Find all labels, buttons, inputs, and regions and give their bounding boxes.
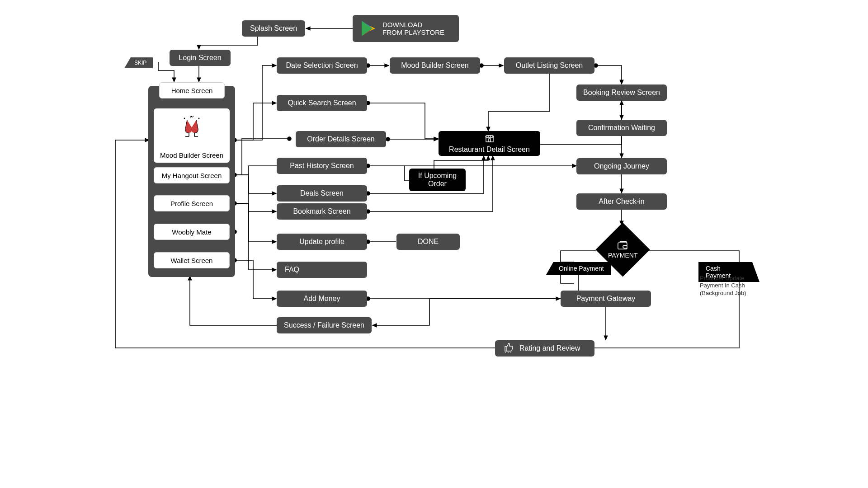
home-screen-node: Home Screen	[159, 82, 225, 99]
login-screen-node: Login Screen	[170, 50, 231, 66]
svg-marker-42	[508, 352, 509, 353]
play-store-icon	[361, 20, 376, 37]
rating-review-node: Rating and Review	[495, 340, 594, 357]
svg-marker-32	[362, 21, 373, 36]
cheers-icon	[179, 114, 204, 141]
svg-marker-43	[510, 352, 511, 353]
rating-review-label: Rating and Review	[519, 344, 580, 352]
order-details-node: Order Details Screen	[296, 131, 386, 147]
svg-marker-41	[505, 352, 506, 353]
thumbs-up-stars-icon	[503, 342, 515, 355]
splash-screen-node: Splash Screen	[242, 20, 305, 37]
skip-tag: SKIP	[124, 57, 153, 68]
add-money-node: Add Money	[277, 291, 367, 307]
phone-mood-builder-label: Mood Builder Screen	[160, 151, 223, 159]
phone-my-hangout: My Hangout Screen	[154, 167, 230, 183]
svg-point-11	[594, 64, 598, 67]
date-selection-node: Date Selection Screen	[277, 57, 367, 74]
mood-builder-node: Mood Builder Screen	[390, 57, 480, 74]
past-history-node: Past History Screen	[277, 158, 367, 174]
svg-point-38	[198, 118, 200, 119]
svg-point-9	[480, 64, 483, 67]
deals-node: Deals Screen	[277, 185, 367, 202]
bookmark-node: Bookmark Screen	[277, 203, 367, 220]
quick-search-node: Quick Search Screen	[277, 95, 367, 111]
booking-review-node: Booking Review Screen	[576, 84, 667, 101]
download-playstore-node: DOWNLOAD FROM PLAYSTORE	[353, 15, 459, 42]
update-profile-node: Update profile	[277, 234, 367, 250]
restaurant-detail-label: Restaurant Detail Screen	[449, 145, 530, 154]
payment-label: PAYMENT	[608, 252, 638, 259]
phone-profile: Profile Screen	[154, 195, 230, 211]
wallet-icon	[617, 240, 628, 252]
success-failure-node: Success / Failure Screen	[277, 317, 372, 333]
online-payment-tag: Online Payment	[546, 262, 611, 275]
storefront-icon	[485, 134, 495, 145]
svg-point-13	[386, 137, 390, 141]
restaurant-detail-node: Restaurant Detail Screen	[439, 131, 540, 156]
cash-note: Producer Update Payment In Cash (Backgro…	[700, 275, 746, 297]
outlet-listing-node: Outlet Listing Screen	[504, 57, 594, 74]
phone-card-mood-builder: Mood Builder Screen	[154, 108, 230, 163]
download-line2: FROM PLAYSTORE	[382, 28, 444, 36]
svg-point-37	[191, 116, 193, 117]
done-node: DONE	[396, 234, 460, 250]
ongoing-journey-node: Ongoing Journey	[576, 158, 667, 174]
phone-wallet: Wallet Screen	[154, 252, 230, 268]
confirmation-waiting-node: Confirmation Waiting	[576, 120, 667, 136]
faq-node: FAQ	[277, 262, 367, 278]
svg-rect-39	[489, 139, 491, 142]
flowchart-canvas: DOWNLOAD FROM PLAYSTORE Splash Screen Lo…	[108, 0, 760, 380]
after-checkin-node: After Check-in	[576, 193, 667, 210]
download-line1: DOWNLOAD	[382, 21, 444, 28]
payment-gateway-node: Payment Gateway	[561, 291, 651, 307]
if-upcoming-order-node: If Upcoming Order	[409, 169, 466, 191]
phone-woobly-mate: Woobly Mate	[154, 224, 230, 240]
svg-point-36	[184, 118, 185, 119]
svg-point-30	[288, 137, 291, 141]
